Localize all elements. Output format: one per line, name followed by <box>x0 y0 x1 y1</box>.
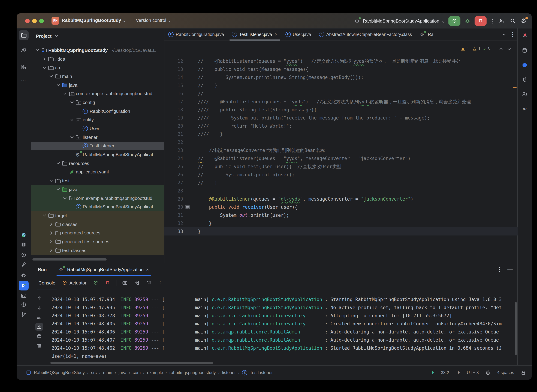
chevron-right-icon[interactable] <box>48 247 54 253</box>
tree-item[interactable]: CRabbitConfiguration <box>31 107 164 116</box>
project-menu[interactable]: RabbitMQSpringBootStudy ⌄ <box>62 18 126 23</box>
chevron-down-icon[interactable] <box>48 178 54 183</box>
tool-window-button-maven[interactable]: m <box>520 104 530 113</box>
tool-window-button-commit[interactable] <box>19 45 29 55</box>
console-view-tab[interactable]: Console <box>38 276 56 289</box>
rerun-button[interactable] <box>92 279 99 286</box>
tree-item[interactable]: java <box>31 185 164 194</box>
tool-window-button-database[interactable] <box>520 46 530 55</box>
tree-item[interactable]: com.example.rabbitmqspringbootstud <box>31 194 164 202</box>
close-window-button[interactable] <box>25 19 30 23</box>
console-options-menu[interactable]: ⋮ <box>157 279 162 286</box>
listener-gutter-icon[interactable] <box>185 205 190 210</box>
indent-widget[interactable]: 4 spaces <box>497 370 514 375</box>
breadcrumb-segment[interactable]: rabbitmqspringbootstudy <box>169 370 216 375</box>
breadcrumb-segment[interactable]: RabbitMQSpringBootStudy <box>34 370 85 375</box>
tree-item[interactable]: generated-test-sources <box>31 237 164 246</box>
tab-options-menu[interactable]: ⋮ <box>510 31 515 38</box>
console-output[interactable]: 2024-10-10 15:07:47.934 INFO 89259 --- [… <box>31 289 518 366</box>
unlock-icon[interactable] <box>520 370 526 375</box>
breadcrumb-segment[interactable]: TestListener <box>250 370 273 375</box>
tree-item[interactable]: CTestListener <box>31 141 164 150</box>
encoding-widget[interactable]: UTF-8 <box>467 370 479 375</box>
tool-window-button-plugin[interactable] <box>19 230 29 240</box>
v-plugin-icon[interactable]: V <box>431 370 435 375</box>
search-everywhere-button[interactable] <box>509 17 517 25</box>
chevron-right-icon[interactable] <box>48 221 54 227</box>
chevron-down-icon[interactable] <box>69 134 75 140</box>
next-problem-icon[interactable] <box>506 46 512 52</box>
tree-item[interactable]: com.example.rabbitmqspringbootstud <box>31 89 164 98</box>
tree-item[interactable]: .idea <box>31 55 164 63</box>
tool-window-button-problems[interactable] <box>19 300 29 309</box>
inspections-widget[interactable]: 1 1 ✓6 <box>459 46 513 52</box>
run-configuration-select[interactable]: ⚙ RabbitMqSpringBootStudyApplication ⌄ <box>355 18 445 24</box>
rabbitmq-icon[interactable] <box>485 370 491 375</box>
tree-item[interactable]: target <box>31 211 164 220</box>
tree-item[interactable]: listener <box>31 133 164 141</box>
tree-item[interactable]: test-classes <box>31 246 164 255</box>
chevron-right-icon[interactable] <box>48 230 54 236</box>
chevron-right-icon[interactable] <box>48 239 54 244</box>
chevron-right-icon[interactable] <box>42 56 48 62</box>
clear-all-button[interactable] <box>35 342 43 350</box>
tool-window-button-git[interactable] <box>19 309 29 319</box>
camera-button[interactable] <box>121 279 128 286</box>
error-stripe-mark[interactable] <box>513 87 517 88</box>
chevron-down-icon[interactable] <box>69 100 75 105</box>
version-control-menu[interactable]: Version control ⌄ <box>136 18 171 23</box>
editor-tab[interactable]: CTestListener.java× <box>228 28 281 41</box>
chevron-down-icon[interactable] <box>35 47 41 53</box>
breadcrumb-segment[interactable]: listener <box>222 370 236 375</box>
project-panel-header[interactable]: Project <box>31 28 164 41</box>
code-with-me-button[interactable] <box>498 17 506 25</box>
tree-item[interactable]: generated-sources <box>31 229 164 237</box>
tree-item[interactable]: CUser <box>31 124 164 133</box>
run-config-tab[interactable]: ⚙ RabbitMqSpringBootStudyApplication × <box>57 263 151 276</box>
chevron-down-icon[interactable] <box>55 82 61 88</box>
tree-item[interactable]: java <box>31 81 164 89</box>
breadcrumb-segment[interactable]: main <box>103 370 112 375</box>
close-icon[interactable]: × <box>275 32 277 37</box>
tree-item[interactable]: config <box>31 98 164 107</box>
editor-tab[interactable]: CAbstractAutowireCapableBeanFactory.clas… <box>315 28 416 41</box>
tree-item[interactable]: main <box>31 72 164 80</box>
chevron-down-icon[interactable] <box>42 213 48 218</box>
code-editor[interactable]: 12// @RabbitListener(queues = "yyds") //… <box>164 41 518 263</box>
tree-item[interactable]: classes <box>31 220 164 229</box>
project-icon[interactable]: RM <box>52 17 59 25</box>
minimize-window-button[interactable] <box>32 19 37 23</box>
tool-window-button-more-tool-windows[interactable]: ⋯ <box>19 76 29 86</box>
tool-window-button-bookmarks[interactable] <box>19 240 29 250</box>
chevron-down-icon[interactable] <box>48 74 54 79</box>
hide-panel-button[interactable]: — <box>507 266 513 273</box>
tree-horizontal-scrollbar[interactable] <box>33 258 107 261</box>
settings-button[interactable]: ⚙ <box>520 17 527 25</box>
scroll-to-end-button[interactable] <box>35 323 43 331</box>
editor-tab[interactable]: ⚙Ra <box>416 28 437 41</box>
console-horizontal-scrollbar[interactable] <box>50 362 213 364</box>
stop-button[interactable] <box>475 16 487 26</box>
more-actions-menu[interactable]: ⋮ <box>490 18 495 24</box>
tool-window-button-structure[interactable] <box>19 62 29 72</box>
debug-button[interactable] <box>464 17 471 25</box>
tool-window-button-run[interactable] <box>19 281 29 290</box>
soft-wrap-button[interactable] <box>35 313 43 321</box>
scroll-up-button[interactable] <box>35 294 43 302</box>
tree-item[interactable]: RabbitMQSpringBootStudy~/Desktop/CS/Java… <box>31 46 164 55</box>
tool-window-button-services[interactable] <box>19 250 29 260</box>
editor-tab[interactable]: CRabbitConfiguration.java <box>164 28 228 41</box>
tree-item[interactable]: CRabbitMqSpringBootStudyApplicat <box>31 202 164 211</box>
previous-problem-icon[interactable] <box>498 46 504 52</box>
console-view-tab[interactable]: Actuator <box>61 276 87 289</box>
chevron-down-icon[interactable] <box>42 65 48 70</box>
tool-window-button-notifications[interactable] <box>520 30 530 40</box>
tree-item[interactable]: test <box>31 177 164 185</box>
tree-item[interactable]: src <box>31 63 164 72</box>
print-button[interactable] <box>35 332 43 340</box>
breadcrumb-segment[interactable]: example <box>147 370 163 375</box>
tree-item[interactable]: application.yaml <box>31 168 164 176</box>
chevron-down-icon[interactable] <box>55 187 61 192</box>
tabs-dropdown-icon[interactable] <box>501 32 507 37</box>
rerun-button[interactable] <box>448 16 461 26</box>
